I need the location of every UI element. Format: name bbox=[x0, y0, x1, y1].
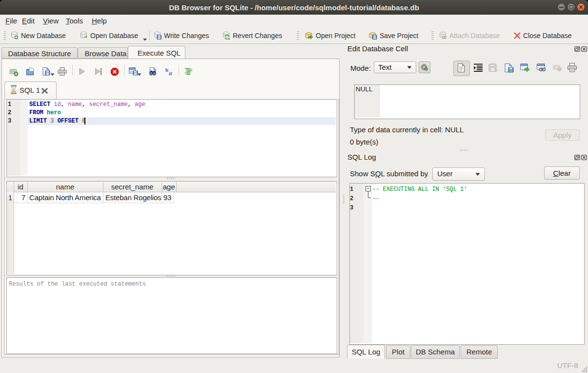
svg-text:a: a bbox=[169, 69, 172, 76]
svg-text:b: b bbox=[165, 67, 168, 73]
